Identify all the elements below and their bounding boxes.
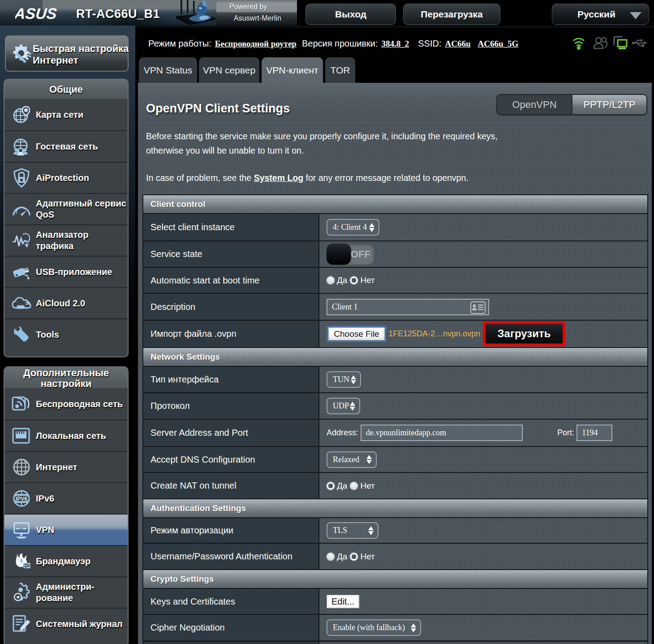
svg-text:ASUS: ASUS [15, 6, 58, 22]
svg-text:IPV6: IPV6 [16, 496, 27, 502]
